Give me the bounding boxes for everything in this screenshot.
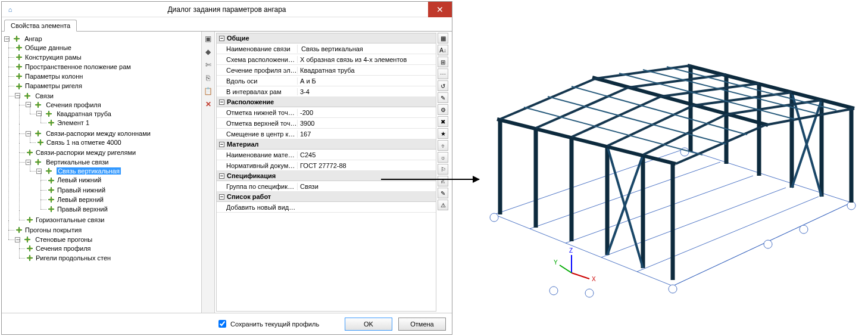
save-profile-input[interactable] — [218, 320, 226, 328]
plus-icon — [47, 176, 55, 185]
svg-point-10 — [549, 287, 558, 295]
plus-icon — [47, 205, 55, 213]
collapse-icon[interactable]: − — [219, 173, 224, 179]
svg-line-27 — [607, 146, 643, 268]
collapse-icon[interactable]: − — [219, 194, 224, 200]
tool-icon-4[interactable]: ☼ — [438, 152, 448, 163]
tree-node[interactable]: Прогоны покрытия — [25, 226, 82, 234]
prop-group-position[interactable]: −Расположение — [217, 97, 436, 107]
prop-label: Наименование материа... — [217, 151, 297, 158]
prop-label: Отметка верхней точки ... — [217, 120, 297, 127]
tool-icon-5[interactable]: ⚐ — [438, 164, 448, 175]
collapse-icon[interactable]: − — [219, 99, 224, 105]
paste-icon[interactable]: 📋 — [204, 86, 213, 96]
prop-group-common[interactable]: −Общие — [217, 33, 436, 43]
reset-icon[interactable]: ↺ — [438, 80, 448, 91]
tool-icon[interactable]: ✎ — [438, 92, 448, 103]
prop-value-top[interactable]: 3900 — [297, 120, 436, 127]
prop-value-group[interactable]: Связи — [297, 183, 436, 190]
collapse-icon[interactable]: − — [219, 36, 224, 41]
tree-node[interactable]: Параметры колонн — [25, 73, 83, 80]
prop-value-scheme[interactable]: X образная связь из 4-х элементов — [297, 56, 436, 63]
3d-model-viewport[interactable]: X Z Y — [470, 6, 863, 316]
tree-node[interactable]: Левый нижний — [57, 177, 101, 184]
plus-icon — [36, 138, 45, 147]
plus-icon — [26, 254, 34, 262]
svg-point-12 — [764, 240, 772, 248]
cancel-button[interactable]: Отмена — [398, 318, 446, 331]
delete-icon[interactable]: ✕ — [204, 99, 213, 109]
plus-icon — [26, 148, 34, 157]
prop-value-offset[interactable]: 167 — [297, 130, 436, 138]
tool-icon-3[interactable]: ⎀ — [438, 140, 448, 151]
cut-icon[interactable]: ✄ — [204, 60, 213, 70]
tree-node[interactable]: Вертикальные связи — [46, 158, 108, 166]
svg-line-53 — [560, 265, 572, 273]
plus-icon — [15, 226, 23, 234]
toolbar-btn-1[interactable]: ▣ — [204, 34, 213, 43]
tab-bar: Свойства элемента — [2, 17, 452, 32]
tree-node[interactable]: Параметры ригеля — [25, 83, 82, 90]
svg-line-36 — [628, 74, 726, 88]
prop-label: В интервалах рам — [217, 88, 297, 95]
prop-label: Схема расположения э... — [217, 56, 297, 63]
close-button[interactable]: ✕ — [428, 2, 452, 17]
tree-node-root[interactable]: Ангар — [24, 35, 42, 42]
tab-element-properties[interactable]: Свойства элемента — [4, 20, 77, 32]
prop-value-section[interactable]: Квадратная труба — [297, 67, 436, 74]
prop-label: Сечение профиля элем... — [217, 67, 297, 74]
prop-value-interval[interactable]: 3-4 — [297, 88, 436, 95]
tree-node[interactable]: Стеновые прогоны — [35, 236, 92, 243]
prop-value-bottom[interactable]: -200 — [297, 109, 436, 116]
tree-node[interactable]: Ригели продольных стен — [36, 254, 111, 262]
prop-value-axis[interactable]: А и Б — [297, 77, 436, 85]
plus-icon — [23, 92, 32, 100]
svg-line-5 — [673, 203, 851, 286]
tree-node[interactable]: Связи-распорки между ригелями — [36, 149, 136, 156]
tree-node[interactable]: Сечения профиля — [46, 101, 101, 108]
tool-icon-6[interactable]: ⎌ — [438, 176, 448, 186]
highlight-icon[interactable]: ★ — [438, 128, 448, 139]
plus-icon — [26, 244, 34, 253]
dialog-footer: Сохранить текущий профиль OK Отмена — [2, 313, 452, 334]
tree-node[interactable]: Сечения профиля — [36, 245, 91, 252]
edit-icon[interactable]: ✎ — [438, 188, 448, 198]
prop-value-name[interactable] — [297, 45, 436, 53]
prop-group-works[interactable]: −Список работ — [217, 192, 436, 202]
ok-button[interactable]: OK — [345, 318, 392, 331]
prop-input[interactable] — [300, 45, 433, 53]
prop-group-material[interactable]: −Материал — [217, 139, 436, 150]
tree-node[interactable]: Связи-распорки между колоннами — [46, 130, 151, 137]
browse-icon[interactable]: ⋯ — [438, 69, 448, 79]
prop-value-material[interactable]: С245 — [297, 151, 436, 158]
tree-node[interactable]: Правый нижний — [57, 186, 105, 194]
tree-node[interactable]: Левый верхний — [57, 196, 104, 203]
tree-node[interactable]: Связи — [35, 92, 54, 99]
svg-point-8 — [669, 285, 677, 293]
tree-toolbar: ▣ ◆ ✄ ⎘ 📋 ✕ — [202, 32, 215, 313]
tree-node[interactable]: Элемент 1 — [57, 119, 89, 126]
copy-icon[interactable]: ⎘ — [204, 73, 213, 83]
tree-node[interactable]: Горизонтальные связи — [36, 216, 104, 223]
collapse-icon[interactable]: − — [219, 142, 224, 147]
plus-icon — [23, 235, 32, 244]
tree-node[interactable]: Пространственное положение рам — [25, 63, 131, 70]
tree-node[interactable]: Правый верхний — [57, 206, 108, 213]
svg-line-1 — [530, 162, 720, 229]
save-profile-checkbox[interactable]: Сохранить текущий профиль — [216, 318, 319, 329]
tree-node[interactable]: Общие данные — [25, 44, 71, 51]
tree-node-selected[interactable]: Связь вертикальная — [57, 167, 121, 175]
expand-icon[interactable]: ⊞ — [438, 57, 448, 67]
tree-node[interactable]: Квадратная труба — [57, 110, 111, 117]
categorize-icon[interactable]: ▦ — [438, 33, 448, 43]
svg-point-13 — [800, 225, 808, 234]
tree-node[interactable]: Связь 1 на отметке 4000 — [46, 139, 121, 146]
prop-value-document[interactable]: ГОСТ 27772-88 — [297, 162, 436, 169]
tree-node[interactable]: Конструкция рамы — [25, 54, 82, 61]
tool-icon-2[interactable]: ⚙ — [438, 104, 448, 115]
clear-icon[interactable]: ✖ — [438, 116, 448, 127]
toolbar-btn-2[interactable]: ◆ — [204, 47, 213, 57]
sort-az-icon[interactable]: A↓ — [438, 45, 448, 55]
app-icon: ⌂ — [5, 5, 15, 14]
warning-icon[interactable]: ⚠ — [438, 200, 448, 210]
